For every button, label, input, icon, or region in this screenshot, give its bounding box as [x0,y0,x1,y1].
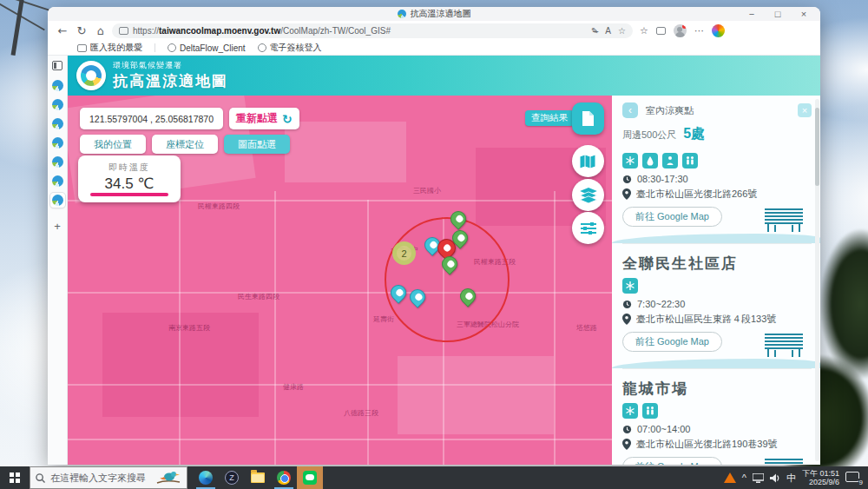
site-favicon-icon [52,195,63,206]
back-icon[interactable]: ← [55,23,70,39]
coordinate-input[interactable] [80,108,223,129]
google-map-button[interactable]: 前往 Google Map [622,332,722,352]
street-label: 八德路三段 [344,408,378,418]
results-document-button[interactable] [572,102,604,135]
taskbar-file-explorer[interactable] [245,466,271,489]
site-favicon-icon [52,118,63,129]
cool-spot-card: 08:30-17:30臺北市松山區光復北路266號前往 Google Map [622,145,812,244]
taskbar-edge[interactable] [193,466,219,489]
vertical-tab[interactable] [50,155,65,169]
sidebar-scrollbar[interactable] [815,99,819,461]
vertical-tab[interactable] [50,193,65,208]
bench-illustration [761,456,806,465]
marker-cluster[interactable]: 2 [392,241,416,265]
restore-button[interactable]: □ [765,7,791,21]
notification-center[interactable]: 9 [845,471,861,485]
vertical-tab[interactable] [50,78,65,93]
query-results-tag[interactable]: 查詢結果 [525,110,574,126]
bookmark-item[interactable]: 匯入我的最愛 [77,42,142,54]
network-icon[interactable] [753,473,764,483]
map-canvas[interactable]: 松山機場管理中心民權東路四段三民國小民權東路五段介壽國中延壽街三軍總醫院松山分院… [68,96,612,465]
browser-window: 抗高溫涼適地圖 − □ × ← ↻ ⌂ https://taiwancoolma… [48,7,820,465]
warning-icon[interactable] [724,472,736,483]
filter-button[interactable] [572,212,604,244]
vertical-tabs-strip: + [48,56,68,465]
cool-spot-card: 龍城市場07:00~14:00臺北市松山區光復北路190巷39號前往 Googl… [622,369,812,465]
site-favicon-icon [52,156,63,168]
scrollbar-thumb[interactable] [815,108,819,186]
map-block [398,356,554,434]
refresh-icon[interactable]: ↻ [74,23,89,39]
minimize-button[interactable]: − [739,7,765,21]
profile-avatar[interactable] [674,24,687,37]
site-favicon-icon [52,137,63,149]
google-map-button[interactable]: 前往 Google Map [622,207,722,227]
tab-panel-icon[interactable] [52,61,62,70]
street-label: 三民國小 [413,186,441,195]
site-favicon-icon [52,80,63,91]
windows-taskbar: 在這裡輸入文字來搜尋 Z ^ 中 [0,466,868,489]
search-icon [36,473,45,483]
site-favicon-icon [52,99,63,110]
vertical-tab[interactable] [50,97,65,112]
vertical-tab[interactable] [50,174,65,188]
street-line [68,384,612,386]
ime-indicator[interactable]: 中 [786,472,796,485]
droplet-icon [642,153,658,169]
home-icon[interactable]: ⌂ [93,23,108,39]
taskbar-chrome[interactable] [271,466,297,489]
taskbar-app-dark[interactable]: Z [219,466,245,489]
sidebar-close-button[interactable]: × [798,103,812,117]
translate-icon[interactable]: ✎̶ [591,26,598,36]
split-screen-icon[interactable] [656,27,666,35]
favorite-star-icon[interactable]: ☆ [618,26,626,36]
my-location-button[interactable]: 我的位置 [80,135,146,154]
taskbar-line[interactable] [297,466,323,489]
location-pin-icon [622,439,631,450]
vertical-tab[interactable] [50,116,65,131]
volume-icon[interactable] [770,473,780,483]
spot-name: 全聯民生社區店 [622,254,812,274]
tray-expand-icon[interactable]: ^ [742,472,746,483]
bookmark-item[interactable]: DeltaFlow_Client [168,43,246,53]
search-radius-circle [385,217,510,342]
facility-badges [622,278,812,294]
start-button[interactable] [0,466,30,489]
street-label: 南京東路五段 [168,323,210,333]
opening-hours: 07:00~14:00 [637,424,690,434]
coordinate-locate-button[interactable]: 座標定位 [152,135,218,154]
app-logo-icon [76,61,106,90]
active-tab[interactable]: 抗高溫涼適地圖 [398,8,471,20]
close-button[interactable]: × [791,7,817,21]
search-placeholder: 在這裡輸入文字來搜尋 [50,472,146,485]
person-icon [662,153,678,169]
reselect-button[interactable]: 重新點選 ↻ [229,108,299,129]
street-line [274,191,276,465]
opening-hours: 7:30~22:30 [637,299,685,309]
layers-button[interactable] [572,179,604,211]
bookmark-item[interactable]: 電子簽核登入 [258,42,322,54]
vertical-tab[interactable] [50,135,65,150]
sidebar-back-button[interactable]: ‹ [622,102,638,118]
copilot-icon[interactable] [712,24,725,37]
result-count: 5處 [683,125,705,143]
new-tab-button[interactable]: + [54,220,61,233]
favorites-bar-icon[interactable]: ☆ [640,25,648,36]
sliders-icon [581,222,596,235]
clock-icon [622,425,632,434]
title-bar[interactable]: 抗高溫涼適地圖 − □ × [48,7,820,21]
site-info-icon[interactable] [119,27,128,35]
basemap-button[interactable] [572,145,604,177]
more-menu-icon[interactable]: ⋯ [694,25,704,36]
taskbar-search[interactable]: 在這裡輸入文字來搜尋 [30,466,187,489]
street-line [68,292,612,294]
globe-icon [168,43,176,52]
address-bar[interactable]: https://taiwancoolmap.moenv.gov.tw/CoolM… [112,23,633,38]
street-label: 民生東路四段 [238,292,279,301]
google-map-button[interactable]: 前往 Google Map [622,457,722,465]
clock-icon [622,300,632,309]
taskbar-clock[interactable]: 下午 01:51 2025/9/6 [802,469,839,487]
map-select-button[interactable]: 圖面點選 [224,135,290,154]
read-aloud-icon[interactable]: A [605,26,611,36]
wave-decoration [612,359,820,368]
